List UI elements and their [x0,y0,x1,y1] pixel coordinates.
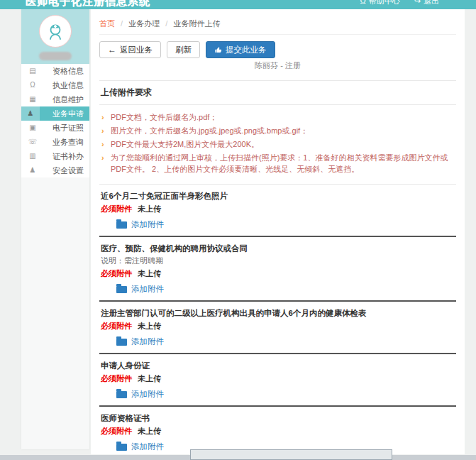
sidebar-item-electronic-certificate[interactable]: ▣ 电子证照 [21,121,89,135]
attachment-section-photo: 近6个月二寸免冠正面半身彩色照片 必须附件 未上传 添加附件 [99,185,456,237]
breadcrumb-home[interactable]: 首页 [99,19,115,28]
notebook-icon: ▥ [27,149,38,163]
headset-icon: Ω [27,78,38,92]
sidebar-menu: ▤ 资格信息 Ω 执业信息 ▦ 信息维护 ♟ 业务申请 ▣ 电子证照 ☏ 业务查… [21,64,89,177]
sidebar-item-info-maintenance[interactable]: ▦ 信息维护 [21,92,89,106]
refresh-button[interactable]: 刷新 [167,41,200,58]
requirements-title: 上传附件要求 [99,81,456,105]
requirements-list: › PDF文档，文件后缀名为.pdf； › 图片文件，文件后缀名为.jpg或.j… [99,105,456,185]
required-badge: 必须附件 [101,269,132,278]
breadcrumb-separator: / [165,19,167,28]
user-icon: ♟ [27,163,38,177]
folder-icon [116,221,127,229]
section-note: 说明：需注明聘期 [101,256,455,266]
app-window: 医师电子化注册信息系统 Ω 帮助中心 ↪ 退出 [0,0,476,460]
attachment-section-id-card: 申请人身份证 必须附件 未上传 添加附件 [99,354,456,407]
folder-icon [116,444,127,451]
required-badge: 必须附件 [101,204,132,213]
applicant-context-label: 陈丽芬 - 注册 [99,60,456,71]
status-not-uploaded: 未上传 [138,374,161,383]
status-not-uploaded: 未上传 [138,204,161,213]
breadcrumb-separator: / [121,19,123,28]
folder-icon [116,391,127,398]
breadcrumb-business-handling[interactable]: 业务办理 [128,19,160,28]
chevron-right-icon: › [101,138,104,150]
person-icon: ♟ [21,106,40,121]
sidebar-item-business-query[interactable]: ☏ 业务查询 [21,135,89,149]
attachment-section-qualification-certificate: 医师资格证书 必须附件 未上传 添加附件 [99,407,456,454]
headset-icon: Ω [360,0,366,5]
requirement-item: › 为了您能顺利的通过网上审核，上传扫描件(照片)要求：1、准备好的相关资料需要… [101,152,455,175]
help-center-label: 帮助中心 [369,0,400,6]
top-header-bar: 医师电子化注册信息系统 Ω 帮助中心 ↪ 退出 [0,0,476,9]
sidebar-profile [21,9,89,64]
requirement-item: › PDF文件最大支持2M,图片文件最大200K。 [101,138,455,150]
folder-icon [116,339,127,346]
status-not-uploaded: 未上传 [138,427,161,435]
required-badge: 必须附件 [101,374,132,383]
thumbs-up-icon [214,46,222,54]
phone-icon: ☏ [27,135,38,149]
image-icon: ▦ [27,92,38,106]
chevron-right-icon: › [101,111,104,123]
add-attachment-button[interactable]: 添加附件 [116,389,164,400]
add-attachment-button[interactable]: 添加附件 [116,219,164,230]
app-title: 医师电子化注册信息系统 [26,0,150,9]
attachment-section-health-checkup: 注册主管部门认可的二级以上医疗机构出具的申请人6个月内的健康体检表 必须附件 未… [99,302,456,354]
add-attachment-button[interactable]: 添加附件 [116,442,164,452]
required-badge: 必须附件 [101,427,132,435]
upload-requirements-panel: 上传附件要求 › PDF文档，文件后缀名为.pdf； › 图片文件，文件后缀名为… [99,80,456,185]
card-icon: ▣ [27,121,38,135]
status-not-uploaded: 未上传 [138,269,161,278]
required-badge: 必须附件 [101,322,132,330]
status-not-uploaded: 未上传 [138,322,161,330]
logout-link[interactable]: ↪ 退出 [414,0,439,6]
sidebar-item-security-settings[interactable]: ♟ 安全设置 [21,163,89,177]
left-arrow-icon: ← [108,45,116,54]
document-icon: ▤ [27,64,38,78]
toolbar: ← 返回业务 刷新 提交此业务 [99,41,456,58]
avatar [39,15,72,48]
user-name-redacted [39,52,72,60]
sidebar-item-qualification-info[interactable]: ▤ 资格信息 [21,64,89,78]
chevron-right-icon: › [101,125,104,136]
back-to-business-button[interactable]: ← 返回业务 [99,41,161,58]
logout-label: 退出 [424,0,439,6]
help-center-link[interactable]: Ω 帮助中心 [360,0,400,6]
breadcrumb: 首页 / 业务办理 / 业务附件上传 [99,9,456,35]
requirement-item: › 图片文件，文件后缀名为.jpg或.jpeg或.png或.bmp或.gif； [101,125,455,136]
sidebar-item-certificate-reissue[interactable]: ▥ 证书补办 [21,149,89,163]
main-content: 首页 / 业务办理 / 业务附件上传 ← 返回业务 刷新 提交此业务 陈丽芬 - [91,9,465,454]
breadcrumb-current-page: 业务附件上传 [173,19,220,28]
sidebar: ▤ 资格信息 Ω 执业信息 ▦ 信息维护 ♟ 业务申请 ▣ 电子证照 ☏ 业务查… [21,9,89,449]
requirement-item: › PDF文档，文件后缀名为.pdf； [101,111,455,123]
add-attachment-button[interactable]: 添加附件 [116,336,164,347]
submit-business-button[interactable]: 提交此业务 [206,41,275,58]
clipped-footer-element [190,449,392,460]
logout-icon: ↪ [414,0,421,5]
chevron-right-icon: › [101,152,104,163]
sidebar-item-business-application[interactable]: ♟ 业务申请 [21,106,89,121]
doctor-avatar-icon [45,21,66,42]
folder-icon [116,286,127,293]
add-attachment-button[interactable]: 添加附件 [116,284,164,295]
header-actions: Ω 帮助中心 ↪ 退出 [360,0,439,6]
attachment-section-employment-contract: 医疗、预防、保健机构的聘用协议或合同 说明：需注明聘期 必须附件 未上传 添加附… [99,237,456,302]
sidebar-item-practice-info[interactable]: Ω 执业信息 [21,78,89,92]
